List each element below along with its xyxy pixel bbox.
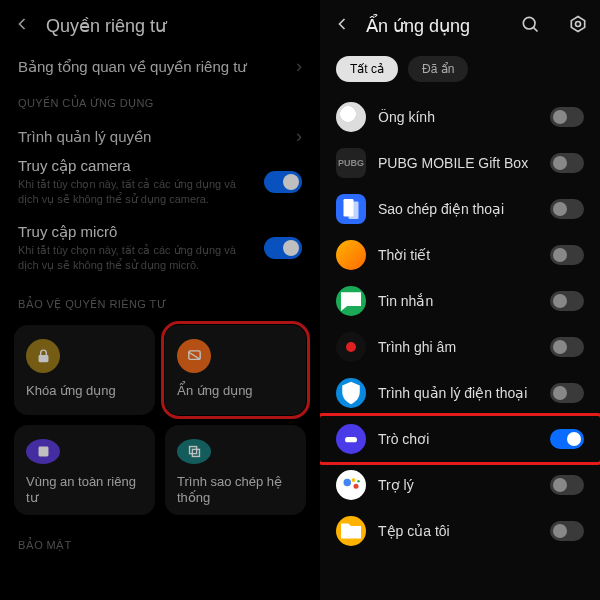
back-icon[interactable] [12, 14, 32, 38]
page-title: Ẩn ứng dụng [366, 15, 470, 37]
mic-access-row[interactable]: Truy cập micrô Khi tắt tùy chọn này, tất… [0, 217, 320, 283]
back-icon[interactable] [332, 14, 352, 38]
clone-icon [177, 439, 211, 464]
app-label: Tệp của tôi [378, 523, 538, 539]
camera-access-title: Truy cập camera [18, 157, 248, 177]
app-lock-card[interactable]: Khóa ứng dụng [14, 325, 155, 415]
app-label: PUBG MOBILE Gift Box [378, 155, 538, 171]
app-label: Ống kính [378, 109, 538, 125]
mic-toggle[interactable] [264, 237, 302, 259]
privacy-settings-panel: Quyền riêng tư Bảng tổng quan về quyền r… [0, 0, 320, 600]
section-app-permissions: QUYỀN CỦA ỨNG DỤNG [0, 81, 320, 116]
permission-manager-label: Trình quản lý quyền [18, 128, 151, 146]
svg-point-15 [354, 484, 359, 489]
search-icon[interactable] [520, 14, 540, 38]
app-toggle[interactable] [550, 107, 584, 127]
app-toggle[interactable] [550, 383, 584, 403]
lock-icon [26, 339, 60, 373]
camera-access-row[interactable]: Truy cập camera Khi tắt tùy chọn này, tấ… [0, 151, 320, 217]
app-label: Trình quản lý điện thoại [378, 385, 538, 401]
page-title: Quyền riêng tư [46, 15, 166, 37]
left-header: Quyền riêng tư [0, 0, 320, 46]
phone-manager-icon [336, 378, 366, 408]
svg-point-17 [357, 480, 360, 483]
app-toggle[interactable] [550, 199, 584, 219]
app-row-messages: Tin nhắn [320, 278, 600, 324]
phone-clone-icon [336, 194, 366, 224]
camera-toggle[interactable] [264, 171, 302, 193]
chevron-right-icon: › [296, 56, 302, 77]
chevron-right-icon: › [296, 126, 302, 147]
app-row-phone-manager: Trình quản lý điện thoại [320, 370, 600, 416]
filter-tabs: Tất cả Đã ẩn [320, 46, 600, 94]
mic-access-title: Truy cập micrô [18, 223, 248, 243]
app-row-games: Trò chơi [320, 416, 600, 462]
folder-icon [336, 516, 366, 546]
weather-icon [336, 240, 366, 270]
app-row-lens: Ống kính [320, 94, 600, 140]
app-toggle[interactable] [550, 429, 584, 449]
svg-rect-13 [348, 438, 349, 441]
app-label: Tin nhắn [378, 293, 538, 309]
svg-point-11 [353, 439, 355, 441]
app-row-my-files: Tệp của tôi [320, 508, 600, 554]
app-toggle[interactable] [550, 245, 584, 265]
hide-apps-card[interactable]: Ẩn ứng dụng [165, 325, 306, 415]
safe-zone-card[interactable]: Vùng an toàn riêng tư [14, 425, 155, 515]
hide-apps-panel: Ẩn ứng dụng Tất cả Đã ẩn Ống kính PUBG P… [320, 0, 600, 600]
app-row-weather: Thời tiết [320, 232, 600, 278]
game-icon [336, 424, 366, 454]
svg-rect-2 [38, 447, 48, 457]
app-row-assistant: Trợ lý [320, 462, 600, 508]
app-label: Trợ lý [378, 477, 538, 493]
svg-rect-9 [349, 202, 359, 220]
privacy-cards-grid: Khóa ứng dụng Ẩn ứng dụng Vùng an toàn r… [0, 317, 320, 523]
hide-icon [177, 339, 211, 373]
safe-zone-label: Vùng an toàn riêng tư [26, 474, 143, 505]
permission-manager-row[interactable]: Trình quản lý quyền › [0, 116, 320, 151]
svg-point-14 [344, 479, 352, 487]
app-toggle[interactable] [550, 153, 584, 173]
app-row-phone-clone: Sao chép điện thoại [320, 186, 600, 232]
assistant-icon [336, 470, 366, 500]
settings-icon[interactable] [568, 14, 588, 38]
hide-apps-label: Ẩn ứng dụng [177, 383, 294, 399]
app-row-recorder: Trình ghi âm [320, 324, 600, 370]
svg-point-16 [352, 478, 356, 482]
app-toggle[interactable] [550, 291, 584, 311]
pubg-icon: PUBG [336, 148, 366, 178]
tab-hidden[interactable]: Đã ẩn [408, 56, 468, 82]
system-clone-card[interactable]: Trình sao chép hệ thống [165, 425, 306, 515]
app-label: Thời tiết [378, 247, 538, 263]
camera-access-desc: Khi tắt tùy chọn này, tất cả các ứng dụn… [18, 177, 248, 207]
svg-point-5 [523, 17, 535, 29]
svg-rect-0 [38, 355, 48, 362]
app-label: Trò chơi [378, 431, 538, 447]
privacy-overview-row[interactable]: Bảng tổng quan về quyền riêng tư › [0, 46, 320, 81]
system-clone-label: Trình sao chép hệ thống [177, 474, 294, 505]
message-icon [336, 286, 366, 316]
app-toggle[interactable] [550, 337, 584, 357]
section-security: BẢO MẬT [0, 523, 320, 558]
recorder-icon [336, 332, 366, 362]
app-toggle[interactable] [550, 475, 584, 495]
safe-icon [26, 439, 60, 464]
app-lock-label: Khóa ứng dụng [26, 383, 143, 399]
svg-rect-10 [345, 437, 357, 442]
right-header: Ẩn ứng dụng [320, 0, 600, 46]
app-label: Trình ghi âm [378, 339, 538, 355]
mic-access-desc: Khi tắt tùy chọn này, tất cả các ứng dụn… [18, 243, 248, 273]
svg-marker-6 [571, 17, 584, 32]
tab-all[interactable]: Tất cả [336, 56, 398, 82]
section-privacy-protect: BẢO VỆ QUYỀN RIÊNG TƯ [0, 282, 320, 317]
app-label: Sao chép điện thoại [378, 201, 538, 217]
app-row-pubg: PUBG PUBG MOBILE Gift Box [320, 140, 600, 186]
privacy-overview-label: Bảng tổng quan về quyền riêng tư [18, 58, 247, 76]
lens-icon [336, 102, 366, 132]
svg-point-7 [576, 22, 581, 27]
app-toggle[interactable] [550, 521, 584, 541]
